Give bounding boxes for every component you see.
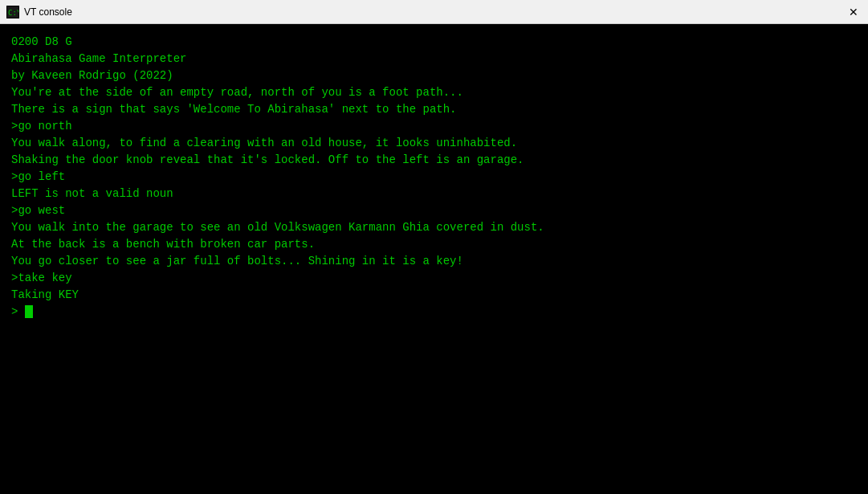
console-line: You walk along, to find a clearing with … [11,135,857,152]
console-line: 0200 D8 G [11,34,857,51]
svg-text:C:\: C:\ [8,9,18,17]
console-line: >take key [11,270,857,287]
console-line: >go west [11,202,857,219]
console-line: You're at the side of an empty road, nor… [11,84,857,101]
title-bar: C:\ VT console ✕ [0,0,868,24]
console-line: Shaking the door knob reveal that it's l… [11,152,857,169]
console-line: > [11,304,857,320]
console-line: Taking KEY [11,287,857,304]
console-line: Abirahasa Game Interpreter [11,51,857,67]
close-button[interactable]: ✕ [846,4,862,20]
terminal-icon: C:\ [6,6,19,18]
console-line: There is a sign that says 'Welcome To Ab… [11,101,857,118]
console-line: by Kaveen Rodrigo (2022) [11,67,857,84]
console-line: You walk into the garage to see an old V… [11,219,857,236]
console-output: 0200 D8 GAbirahasa Game Interpreterby Ka… [11,34,857,320]
console-line: LEFT is not a valid noun [11,186,857,202]
console-line: >go left [11,169,857,186]
console-line: At the back is a bench with broken car p… [11,236,857,253]
cursor [25,305,33,318]
console-line: You go closer to see a jar full of bolts… [11,253,857,270]
console-line: >go north [11,118,857,135]
window-title: VT console [24,6,72,18]
console-area: 0200 D8 GAbirahasa Game Interpreterby Ka… [0,24,868,494]
